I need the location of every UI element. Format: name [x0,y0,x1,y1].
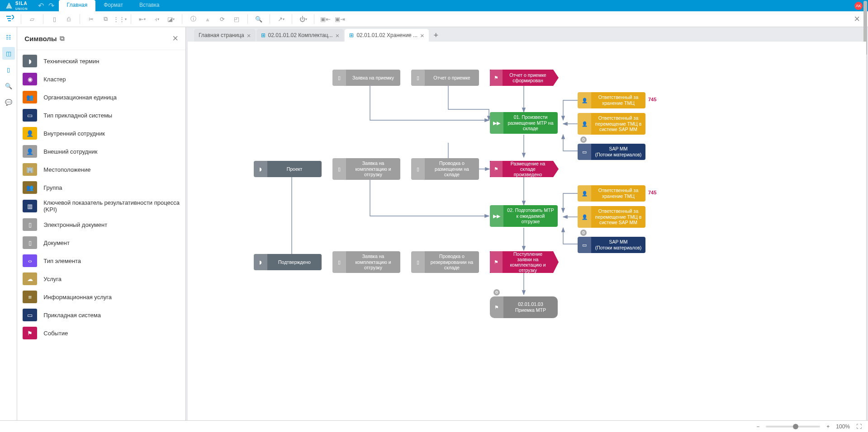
cut-icon[interactable]: ✂ [85,13,97,25]
doctab-1[interactable]: ⊞ 02.01.01.02 Комплектац... × [256,29,344,42]
app-logo: SILAUNION [0,1,33,11]
symbol-item[interactable]: ≡Информационная услуга [17,288,185,306]
search-icon[interactable]: 🔍 [252,13,265,25]
svg-rect-0 [6,16,11,17]
fit-icon[interactable]: ⛶ [856,423,862,430]
symbol-glyph-icon: ‹› [23,254,37,267]
symbol-item[interactable]: ◉Кластер [17,70,185,88]
close-icon[interactable]: × [247,32,251,39]
symbol-item[interactable]: 👤Внутренний сотрудник [17,124,185,142]
role-node[interactable]: 👤Ответственный за перемещение ТМЦ в сист… [578,113,645,135]
role-node[interactable]: 👤Ответственный за хранение ТМЦ [578,185,645,202]
symbol-item[interactable]: ☁Услуга [17,270,185,288]
system-node[interactable]: ▭SAP MM (Потоки материалов) [578,144,645,160]
undo-button[interactable]: ↶ [38,1,44,10]
left-sidebar: ☷ ◫ ▯ 🔍 💬 [0,27,17,432]
person-icon: 👤 [578,185,591,202]
event-node[interactable]: ⚑Отчет о приемке сформирован [490,70,553,86]
comments-icon[interactable]: 💬 [2,96,15,108]
symbol-item[interactable]: ▥Ключевой показатель результативности пр… [17,197,185,216]
share-icon[interactable]: ↗▾ [275,13,287,25]
process-link-node[interactable]: ⚑02.01.01.03 Приемка МТР [490,296,558,318]
role-node[interactable]: 👤Ответственный за хранение ТМЦ [578,92,645,108]
symbol-label: Услуга [43,276,62,282]
refresh-icon[interactable]: ⟳ [216,13,228,25]
hierarchy-icon[interactable]: ⟁ [201,13,214,25]
align-v-icon[interactable]: ⫞▾ [150,13,163,25]
user-avatar[interactable]: AK [854,2,863,10]
symbol-item[interactable]: ▭Прикладная система [17,306,185,324]
send-back-icon[interactable]: ◪▾ [165,13,177,25]
sidepanel-close[interactable]: × [172,33,178,44]
menu-tab-main[interactable]: Главная [59,0,96,11]
symbol-label: Группа [43,184,62,191]
symbol-glyph-icon: ⚑ [23,327,37,339]
page-icon[interactable]: ▯ [2,63,15,76]
open-icon[interactable]: ▱ [26,13,38,25]
sendtoback-icon[interactable]: ▣⇤ [319,13,332,25]
align-left-icon[interactable]: ⇤▾ [136,13,148,25]
system-node[interactable]: ▭SAP MM (Потоки материалов) [578,237,645,253]
grid-icon[interactable]: ⋮⋮▾ [114,13,126,25]
symbol-glyph-icon: ▭ [23,309,37,321]
redo-button[interactable]: ↷ [48,1,54,10]
term-node[interactable]: ◗Подтверждено [254,254,322,270]
status-bar: − + 100% ⛶ [0,420,868,432]
doc-node[interactable]: ▯Заявка на комплектацию и отгрузку [332,158,400,180]
select-icon[interactable]: ◰ [230,13,243,25]
side-panel: Символы ⧉ × ◗Технический термин◉Кластер👥… [17,27,186,432]
symbol-item[interactable]: 👤Внешний сотрудник [17,142,185,160]
symbol-glyph-icon: 👤 [23,127,37,140]
tree-icon[interactable]: ☷ [2,31,15,43]
symbol-item[interactable]: ▭Тип прикладной системы [17,106,185,124]
symbol-item[interactable]: ▯Документ [17,234,185,252]
event-node[interactable]: ⚑Размещение на складе произведено [490,161,553,177]
doc-node[interactable]: ▯Заявка на комплектацию и отгрузку [332,251,400,273]
symbol-item[interactable]: ‹›Тип элемента [17,252,185,270]
doctab-home[interactable]: Главная страница × [194,29,256,42]
symbol-item[interactable]: ▯Электронный документ [17,216,185,234]
symbol-glyph-icon: ◗ [23,55,37,67]
popout-icon[interactable]: ⧉ [60,34,65,42]
person-icon: 👤 [578,92,591,108]
zoom-slider[interactable] [766,426,820,427]
doctab-2[interactable]: ⊞ 02.01.01.02 Хранение ... × [345,29,428,42]
copy-icon[interactable]: ⧉ [99,13,112,25]
canvas[interactable]: ▯Заявка на приемку ▯Отчет о приемке ⚑Отч… [188,42,866,430]
zoom-out-button[interactable]: − [756,423,759,430]
doc-node[interactable]: ▯Заявка на приемку [332,70,400,86]
menu-tab-insert[interactable]: Вставка [131,0,168,11]
filter-icon[interactable] [4,13,16,25]
term-node[interactable]: ◗Проект [254,161,322,177]
power-icon[interactable]: ⏻▾ [297,13,309,25]
symbol-list: ◗Технический термин◉Кластер👥Организацион… [17,50,185,432]
flag-icon: ⚑ [490,161,503,177]
menu-tab-format[interactable]: Формат [95,0,131,11]
search-side-icon[interactable]: 🔍 [2,80,15,92]
symbol-item[interactable]: ⚑Событие [17,324,185,342]
doc-node[interactable]: ▯Проводка о резервировании на складе [411,251,479,273]
symbol-label: Ключевой показатель результативности про… [43,199,180,213]
canvas-area: Главная страница × ⊞ 02.01.01.02 Комплек… [186,27,868,432]
print-icon[interactable]: ⎙ [62,13,75,25]
activity-node[interactable]: ▶▶02. Подготовить МТР к ожидаемой отгруз… [490,205,558,227]
doc-node[interactable]: ▯Проводка о размещении на складе [411,158,479,180]
close-icon[interactable]: × [420,32,424,39]
symbol-item[interactable]: 👥Организационная единица [17,88,185,106]
role-node[interactable]: 👤Ответственный за перемещение ТМЦ в сист… [578,206,645,228]
close-icon[interactable]: × [336,32,340,39]
add-tab-button[interactable]: + [430,29,442,42]
symbol-glyph-icon: ▥ [23,200,37,212]
ribbon-close[interactable]: × [849,13,864,25]
page-icon[interactable]: ▯ [48,13,61,25]
doc-node[interactable]: ▯Отчет о приемке [411,70,479,86]
activity-node[interactable]: ▶▶01. Произвести размещение МТР на склад… [490,112,558,134]
symbol-item[interactable]: 🏢Местоположение [17,160,185,178]
symbol-item[interactable]: ◗Технический термин [17,52,185,70]
symbols-icon[interactable]: ◫ [2,47,15,60]
zoom-in-button[interactable]: + [826,423,830,430]
symbol-item[interactable]: 👥Группа [17,178,185,197]
info-icon[interactable]: ⓘ [187,13,199,25]
event-node[interactable]: ⚑Поступление заявки на комплектацию и от… [490,251,553,273]
bringtofront-icon[interactable]: ▣⇥ [333,13,346,25]
